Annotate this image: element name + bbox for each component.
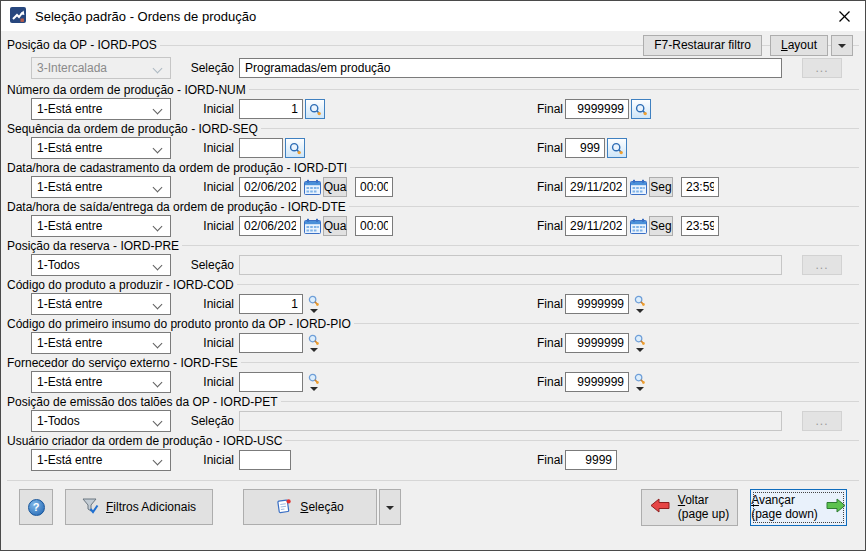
iord-dti-final-day-button[interactable]: Seg xyxy=(649,177,673,197)
iord-pos-row: 3-Intercalada Seleção Programadas/em pro… xyxy=(7,57,859,79)
dialog-window: Seleção padrão - Ordens de produção Posi… xyxy=(0,0,866,551)
iord-pio-combo[interactable]: 1-Está entre xyxy=(31,332,171,354)
calendar-icon[interactable] xyxy=(303,216,322,236)
iord-dti-inicial-day-button[interactable]: Qua xyxy=(323,177,347,197)
iord-num-inicial-input[interactable] xyxy=(239,99,303,119)
iord-dte-combo[interactable]: 1-Está entre xyxy=(31,215,171,237)
inicial-label: Inicial xyxy=(171,453,239,467)
filtros-adicionais-button[interactable]: Filtros Adicionais xyxy=(65,489,213,525)
chevron-down-icon xyxy=(153,222,163,232)
iord-dte-final-time-input[interactable] xyxy=(681,216,719,236)
iord-dte-final-date-input[interactable] xyxy=(565,216,627,236)
iord-fse-combo[interactable]: 1-Está entre xyxy=(31,371,171,393)
iord-pos-more-button: ... xyxy=(802,58,842,78)
lookup-icon[interactable] xyxy=(607,138,627,158)
iord-dti-final-time-input[interactable] xyxy=(681,177,719,197)
iord-fse-row: 1-Está entre Inicial Final xyxy=(7,371,859,393)
iord-pet-more-button: ... xyxy=(802,411,842,431)
iord-fse-inicial-input[interactable] xyxy=(239,372,303,392)
arrow-right-icon xyxy=(826,498,846,516)
iord-pet-row: 1-Todos Seleção ... xyxy=(7,410,859,432)
lookup-small-icon[interactable] xyxy=(632,295,648,313)
section-header-iord-seq: Sequência da ordem de produção - IORD-SE… xyxy=(7,122,859,135)
combo-value: 1-Todos xyxy=(37,414,80,428)
iord-dti-combo[interactable]: 1-Está entre xyxy=(31,176,171,198)
section-title: Fornecedor do serviço externo - IORD-FSE xyxy=(7,356,241,370)
iord-usc-combo[interactable]: 1-Está entre xyxy=(31,449,171,471)
lookup-icon[interactable] xyxy=(631,99,651,119)
inicial-group xyxy=(239,294,537,314)
calendar-icon[interactable] xyxy=(303,177,322,197)
iord-pre-more-button: ... xyxy=(802,255,842,275)
lookup-small-icon[interactable] xyxy=(632,373,648,391)
iord-dte-inicial-time-input[interactable] xyxy=(355,216,393,236)
iord-dti-row: 1-Está entre Inicial Qua Final Seg xyxy=(7,176,859,198)
dialog-content: Posição da OP - IORD-POS F7-Restaurar fi… xyxy=(1,34,865,537)
iord-dti-inicial-date-input[interactable] xyxy=(239,177,301,197)
iord-fse-final-input[interactable] xyxy=(565,372,629,392)
section-title: Sequência da ordem de produção - IORD-SE… xyxy=(7,122,261,136)
section-title: Código do primeiro insumo do produto pro… xyxy=(7,317,354,331)
inicial-group xyxy=(239,450,537,470)
iord-cod-inicial-input[interactable] xyxy=(239,294,303,314)
lookup-small-icon[interactable] xyxy=(306,334,322,352)
inicial-group: Qua xyxy=(239,177,537,197)
iord-dti-inicial-time-input[interactable] xyxy=(355,177,393,197)
combo-value: 1-Está entre xyxy=(37,102,102,116)
iord-pio-final-input[interactable] xyxy=(565,333,629,353)
help-button[interactable]: ? xyxy=(19,489,53,525)
restore-filter-button[interactable]: F7-Restaurar filtro xyxy=(643,35,762,56)
lookup-small-icon[interactable] xyxy=(306,295,322,313)
combo-value: 1-Está entre xyxy=(37,141,102,155)
layout-dropdown-button[interactable] xyxy=(831,35,853,56)
iord-dte-final-day-button[interactable]: Seg xyxy=(649,216,673,236)
section-header-iord-pre: Posição da reserva - IORD-PRE xyxy=(7,239,859,252)
iord-pos-selecao-field[interactable]: Programadas/em produção xyxy=(239,58,782,78)
lookup-small-icon[interactable] xyxy=(306,373,322,391)
combo-value: 1-Está entre xyxy=(37,219,102,233)
inicial-group: Qua xyxy=(239,216,537,236)
inicial-label: Inicial xyxy=(171,336,239,350)
divider xyxy=(182,245,859,246)
iord-pet-combo[interactable]: 1-Todos xyxy=(31,410,171,432)
page-title: Seleção padrão - Ordens de produção xyxy=(35,9,256,24)
iord-seq-final-input[interactable] xyxy=(565,138,605,158)
calendar-icon[interactable] xyxy=(629,216,648,236)
calendar-icon[interactable] xyxy=(629,177,648,197)
inicial-group xyxy=(239,333,537,353)
lookup-small-icon[interactable] xyxy=(632,334,648,352)
lookup-icon[interactable] xyxy=(285,138,305,158)
caret-down-icon xyxy=(838,44,846,48)
iord-dte-inicial-date-input[interactable] xyxy=(239,216,301,236)
iord-cod-combo[interactable]: 1-Está entre xyxy=(31,293,171,315)
iord-cod-final-input[interactable] xyxy=(565,294,629,314)
iord-pio-row: 1-Está entre Inicial Final xyxy=(7,332,859,354)
iord-pre-combo[interactable]: 1-Todos xyxy=(31,254,171,276)
iord-seq-combo[interactable]: 1-Está entre xyxy=(31,137,171,159)
iord-num-final-input[interactable] xyxy=(565,99,629,119)
iord-num-combo[interactable]: 1-Está entre xyxy=(31,98,171,120)
close-icon[interactable] xyxy=(835,7,853,25)
divider xyxy=(350,167,859,168)
iord-pre-row: 1-Todos Seleção ... xyxy=(7,254,859,276)
iord-cod-row: 1-Está entre Inicial Final xyxy=(7,293,859,315)
lookup-icon[interactable] xyxy=(305,99,325,119)
iord-usc-inicial-input[interactable] xyxy=(239,450,291,470)
selecao-button[interactable]: Seleção xyxy=(243,489,377,525)
iord-seq-inicial-input[interactable] xyxy=(239,138,283,158)
inicial-label: Inicial xyxy=(171,297,239,311)
inicial-label: Inicial xyxy=(171,219,239,233)
iord-dte-row: 1-Está entre Inicial Qua Final Seg xyxy=(7,215,859,237)
selecao-dropdown-button[interactable] xyxy=(379,489,401,525)
button-label: Avançar (page down) xyxy=(751,493,818,521)
iord-pos-combo: 3-Intercalada xyxy=(31,57,171,79)
voltar-button[interactable]: Voltar (page up) xyxy=(641,489,738,526)
iord-dti-final-date-input[interactable] xyxy=(565,177,627,197)
avancar-button[interactable]: Avançar (page down) xyxy=(750,489,847,526)
iord-num-row: 1-Está entre Inicial Final xyxy=(7,98,859,120)
caret-down-icon xyxy=(386,506,394,510)
iord-pio-inicial-input[interactable] xyxy=(239,333,303,353)
iord-usc-final-input[interactable] xyxy=(565,450,617,470)
iord-dte-inicial-day-button[interactable]: Qua xyxy=(323,216,347,236)
layout-button[interactable]: Layout xyxy=(770,35,828,56)
